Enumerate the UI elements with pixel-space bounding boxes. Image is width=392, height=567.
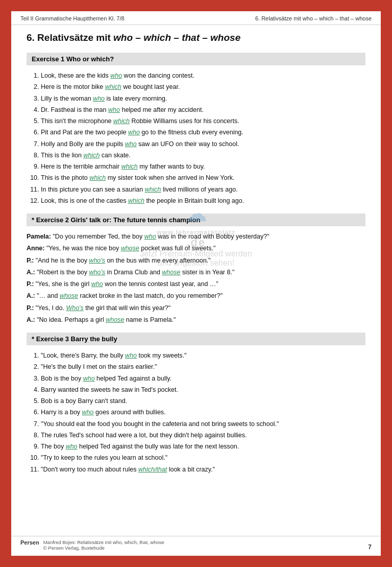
exercise1-list: Look, these are the kids who won the dan…: [27, 70, 365, 206]
list-item: "You should eat the food you bought in t…: [41, 419, 365, 430]
list-item: Harry is a boy who goes around with bull…: [41, 407, 365, 418]
highlight-who: who: [93, 95, 105, 102]
list-item: "He's the bully I met on the stairs earl…: [41, 362, 365, 372]
main-title: 6. Relativsätze mit who – which – that –…: [27, 32, 365, 43]
list-item: This is the lion which can skate.: [41, 150, 365, 161]
list-item: Here is the terrible armchair which my f…: [41, 161, 365, 172]
highlight-which: which: [113, 117, 130, 125]
page-header: Teil II Grammatische Hauptthemen Kl. 7/8…: [11, 11, 381, 25]
list-item: Pit and Pat are the two people who go to…: [41, 127, 365, 138]
highlight-which-that: which/that: [138, 466, 167, 473]
list-item: Holly and Bolly are the pupils who saw a…: [41, 139, 365, 150]
list-item: Look, these are the kids who won the dan…: [41, 70, 365, 81]
dialogue-line: A.: "No idea. Perhaps a girl whose name …: [27, 315, 365, 325]
highlight-whose: whose: [60, 292, 78, 299]
highlight-whose: whose: [121, 245, 139, 252]
highlight-who: who: [128, 129, 140, 136]
list-item: Dr. Fastheal is the man who helped me af…: [41, 105, 365, 115]
highlight-who: who: [66, 443, 78, 450]
highlight-which: which: [89, 174, 106, 181]
footer-logo: Persen: [20, 539, 39, 546]
footer-line1: Manfred Bojes: Relativsätze mit who, whi…: [43, 539, 164, 545]
list-item: In this picture you can see a saurian wh…: [41, 184, 365, 195]
highlight-which: which: [128, 197, 144, 204]
highlight-who: who: [144, 233, 156, 240]
header-left: Teil II Grammatische Hauptthemen Kl. 7/8: [20, 15, 125, 21]
list-item: "Don't worry too much about rules which/…: [41, 464, 365, 475]
exercise2-dialogue: Pamela: "Do you remember Ted, the boy wh…: [27, 231, 365, 325]
list-item: Bob is the boy who helped Ted against a …: [41, 373, 365, 384]
document-page: Teil II Grammatische Hauptthemen Kl. 7/8…: [10, 10, 382, 557]
list-item: "Try to keep to the rules you learn at s…: [41, 453, 365, 463]
exercise1-header: Exercise 1 Who or which?: [27, 53, 365, 65]
dialogue-line: Pamela: "Do you remember Ted, the boy wh…: [27, 231, 365, 242]
list-item: "Look, there's Barry, the bully who took…: [41, 350, 365, 361]
highlight-who: who: [82, 409, 94, 416]
list-item: Here is the motor bike which we bought l…: [41, 82, 365, 92]
highlight-whos: who's: [89, 269, 106, 276]
highlight-which: which: [83, 152, 100, 159]
footer-line2: © Persen Verlag, Buxtehude: [43, 545, 164, 551]
highlight-who: who: [110, 72, 122, 79]
highlight-whose: whose: [162, 269, 180, 276]
highlight-who: who: [91, 280, 103, 288]
exercise3-header: * Exercise 3 Barry the bully: [27, 333, 365, 345]
dialogue-line: P.: "And he is the boy who's on the bus …: [27, 255, 365, 266]
exercise3-list: "Look, there's Barry, the bully who took…: [27, 350, 365, 475]
highlight-which: which: [121, 163, 138, 170]
dialogue-line: A.: "… and whose racket broke in the las…: [27, 291, 365, 301]
list-item: The boy who helped Ted against the bully…: [41, 441, 365, 452]
footer-info: Manfred Bojes: Relativsätze mit who, whi…: [43, 539, 164, 551]
list-item: Barry wanted the sweets he saw in Ted's …: [41, 385, 365, 395]
dialogue-line: Anne: "Yes, he was the nice boy whose po…: [27, 243, 365, 254]
list-item: This is the photo which my sister took w…: [41, 173, 365, 183]
list-item: Bob is a boy Barry can't stand.: [41, 396, 365, 407]
highlight-who: who: [125, 352, 137, 359]
dialogue-line: P.: "Yes, I do. Who's the girl that will…: [27, 303, 365, 314]
highlight-whose: whose: [106, 316, 124, 323]
highlight-whos: Who's: [66, 304, 83, 312]
page-footer: Persen Manfred Bojes: Relativsätze mit w…: [11, 536, 381, 551]
page-content: 6. Relativsätze mit who – which – that –…: [11, 25, 381, 486]
dialogue-line: P.: "Yes, she is the girl who won the te…: [27, 279, 365, 290]
list-item: This isn't the microphone which Robbie W…: [41, 116, 365, 127]
list-item: Lilly is the woman who is late every mor…: [41, 93, 365, 104]
highlight-who: who: [108, 106, 120, 113]
header-right: 6. Relativsätze mit who – which – that –…: [255, 15, 372, 21]
highlight-which: which: [105, 83, 121, 90]
footer-logo-block: Persen: [20, 539, 39, 546]
list-item: Look, this is one of the castles which t…: [41, 196, 365, 206]
footer-left: Persen Manfred Bojes: Relativsätze mit w…: [20, 539, 164, 551]
dialogue-line: A.: "Robert is the boy who's in Drama Cl…: [27, 267, 365, 278]
highlight-whos: who's: [89, 257, 105, 264]
highlight-who: who: [83, 375, 95, 382]
highlight-which: which: [145, 186, 161, 193]
exercise2-header: * Exercise 2 Girls' talk or: The future …: [27, 214, 365, 226]
highlight-who: who: [125, 140, 137, 148]
list-item: The rules Ted's school had were a lot, b…: [41, 430, 365, 441]
page-number: 7: [368, 544, 372, 551]
